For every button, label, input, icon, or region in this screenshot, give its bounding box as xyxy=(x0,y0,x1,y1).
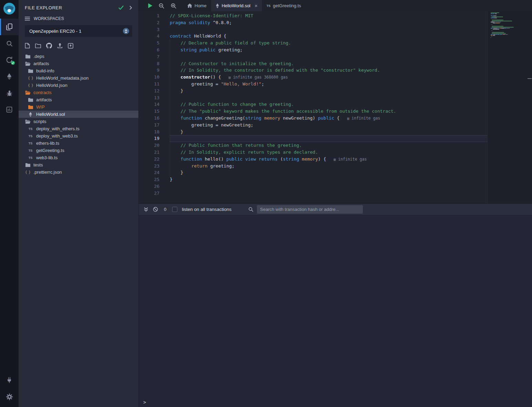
file-label: HelloWorld.json xyxy=(36,83,67,88)
tree-item-web3-lib-ts[interactable]: TSweb3-lib.ts xyxy=(19,154,138,161)
line-number: 26 xyxy=(139,183,159,190)
line-number: 22 xyxy=(139,156,159,163)
tree-item-build-info[interactable]: build-info xyxy=(19,67,138,74)
line-number: 16 xyxy=(139,115,159,122)
debugger-bug-icon xyxy=(6,90,13,97)
tab-home[interactable]: Home xyxy=(183,0,211,11)
sidebar-item-plugin-panel[interactable] xyxy=(0,101,19,118)
overview-ruler-mark xyxy=(528,78,532,79)
tree-item-prettierrc-json[interactable]: { }.prettierrc.json xyxy=(19,169,138,176)
sidebar-item-solidity-compiler[interactable] xyxy=(0,52,19,68)
workspace-switch-icon[interactable] xyxy=(123,28,129,34)
panel-header: FILE EXPLORER xyxy=(19,0,138,14)
deploy-run-icon xyxy=(6,73,13,80)
github-icon[interactable] xyxy=(46,43,52,49)
remix-logo[interactable] xyxy=(0,0,19,19)
sidebar-item-deploy-run[interactable] xyxy=(0,68,19,85)
tree-item-deps[interactable]: .deps xyxy=(19,53,138,60)
tree-item-artifacts[interactable]: artifacts xyxy=(19,96,138,103)
code-line-10: 10 constructor() {▥ infinite gas 368600 … xyxy=(139,74,487,81)
zoom-in-icon[interactable] xyxy=(170,3,177,9)
tree-item-scripts[interactable]: scripts xyxy=(19,118,138,125)
transaction-count: 0 xyxy=(164,207,166,212)
chevron-right-icon[interactable] xyxy=(129,6,132,10)
code-line-4: 4contract HelloWorld { xyxy=(139,33,487,40)
plug-icon xyxy=(6,377,13,384)
code-editor[interactable]: 1// SPDX-License-Identifier: MIT2pragma … xyxy=(139,11,532,203)
sidebar-item-plugin-manager[interactable] xyxy=(0,372,19,388)
expand-terminal-icon[interactable] xyxy=(144,207,148,212)
folderopen-icon xyxy=(25,91,31,95)
file-label: scripts xyxy=(33,119,46,124)
hamburger-menu-icon[interactable] xyxy=(25,17,30,21)
code-line-7: 7 xyxy=(139,53,487,60)
line-number: 1 xyxy=(139,12,159,19)
explorer-toolbar xyxy=(19,40,138,53)
sidebar-item-debugger[interactable] xyxy=(0,85,19,101)
tree-item-ethers-lib-ts[interactable]: TSethers-lib.ts xyxy=(19,140,138,147)
file-label: artifacts xyxy=(36,97,52,102)
tree-item-helloworld-sol[interactable]: HelloWorld.sol xyxy=(19,111,138,118)
zoom-out-icon[interactable] xyxy=(158,3,165,9)
tab-strip: HomeHelloWorld.sol×TSgetGreeting.ts xyxy=(183,0,305,11)
line-number: 27 xyxy=(139,190,159,197)
folder-icon xyxy=(28,69,33,73)
tab-label: getGreeting.ts xyxy=(273,3,301,8)
file-label: contracts xyxy=(33,90,52,95)
file-label: HelloWorld.sol xyxy=(36,112,65,117)
load-folder-icon[interactable] xyxy=(68,43,73,49)
file-label: tests xyxy=(33,162,43,167)
file-label: .deps xyxy=(33,54,44,59)
workspaces-header[interactable]: WORKSPACES xyxy=(19,14,138,23)
terminal-search-input[interactable] xyxy=(257,205,363,214)
line-number: 2 xyxy=(139,19,159,26)
folderopen-icon xyxy=(25,120,31,124)
terminal-toolbar: 0 listen on all transactions xyxy=(139,203,532,215)
remix-logo-icon xyxy=(3,2,15,16)
new-folder-icon[interactable] xyxy=(35,43,41,48)
tree-item-artifacts[interactable]: artifacts xyxy=(19,60,138,67)
search-icon xyxy=(6,40,13,47)
file-label: deploy_with_web3.ts xyxy=(36,133,78,139)
line-number: 15 xyxy=(139,108,159,115)
workspace-select[interactable]: OpenZeppelin ERC20 - 1 xyxy=(25,25,132,37)
folder-icon xyxy=(28,105,33,109)
tree-item-helloworld-json[interactable]: { }HelloWorld.json xyxy=(19,82,138,89)
tree-item-getgreeting-ts[interactable]: TSgetGreeting.ts xyxy=(19,147,138,154)
sidebar-item-file-explorer[interactable] xyxy=(0,19,19,35)
listen-transactions-label[interactable]: listen on all transactions xyxy=(182,207,231,212)
new-file-icon[interactable] xyxy=(25,43,30,49)
tree-item-tests[interactable]: tests xyxy=(19,161,138,169)
ts-icon: TS xyxy=(28,134,33,138)
clear-console-icon[interactable] xyxy=(153,207,158,212)
tree-item-deploy-with-web3-ts[interactable]: TSdeploy_with_web3.ts xyxy=(19,132,138,140)
file-tree: .depsartifactsbuild-info{ }HelloWorld_me… xyxy=(19,53,138,176)
editor-tabbar: HomeHelloWorld.sol×TSgetGreeting.ts xyxy=(139,0,532,11)
tree-item-contracts[interactable]: contracts xyxy=(19,89,138,96)
file-label: WIP xyxy=(36,104,45,110)
line-number: 14 xyxy=(139,101,159,108)
line-number: 4 xyxy=(139,33,159,40)
gas-icon: ▥ xyxy=(347,116,349,120)
line-number: 7 xyxy=(139,53,159,60)
listen-transactions-checkbox[interactable] xyxy=(172,207,177,212)
tab-getgreeting-ts[interactable]: TSgetGreeting.ts xyxy=(262,0,305,11)
code-line-14: 14 // Public function to change the gree… xyxy=(139,101,487,108)
run-script-button[interactable] xyxy=(148,3,153,8)
tree-item-deploy-with-ethers-ts[interactable]: TSdeploy_with_ethers.ts xyxy=(19,125,138,132)
ts-icon: TS xyxy=(28,127,33,131)
check-icon xyxy=(118,6,124,10)
tab-helloworld-sol[interactable]: HelloWorld.sol× xyxy=(211,0,262,11)
sidebar-item-settings[interactable] xyxy=(0,388,19,405)
close-icon[interactable]: × xyxy=(254,3,258,8)
tree-item-wip[interactable]: WIP xyxy=(19,103,138,111)
folder-icon xyxy=(28,98,33,102)
code-line-26: 26 xyxy=(139,183,487,190)
minimap[interactable] xyxy=(491,12,519,40)
terminal-panel[interactable]: > xyxy=(139,215,532,407)
line-number: 19 xyxy=(139,135,159,142)
tree-item-helloworld-metadata-json[interactable]: { }HelloWorld_metadata.json xyxy=(19,74,138,82)
ts-icon: TS xyxy=(28,149,33,152)
publish-gist-icon[interactable] xyxy=(57,43,63,49)
sidebar-item-search[interactable] xyxy=(0,35,19,52)
